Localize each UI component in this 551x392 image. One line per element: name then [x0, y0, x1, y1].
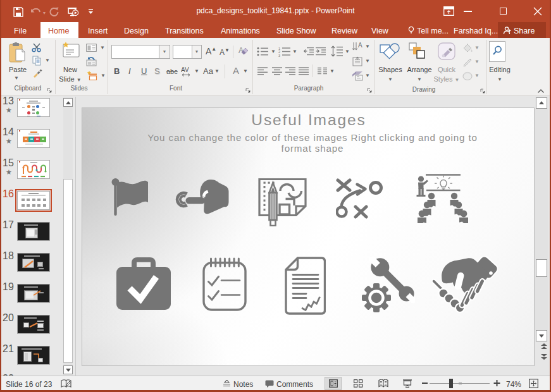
- svg-text:AV: AV: [181, 66, 189, 73]
- svg-text:A: A: [358, 42, 362, 49]
- svg-text:3: 3: [278, 54, 280, 58]
